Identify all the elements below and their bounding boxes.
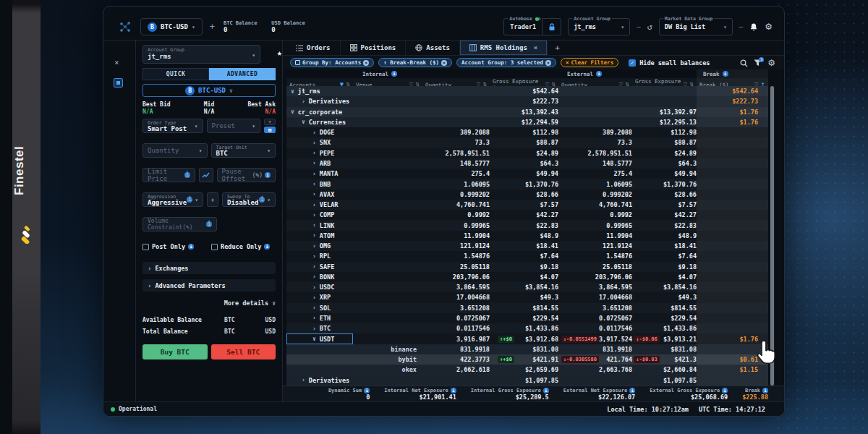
table-row[interactable]: ›RPL1.54876$7.641.54876$7.64 (286, 251, 768, 261)
panel-account-group-select[interactable]: Account Group jt_rms ▾ (142, 45, 260, 64)
table-row[interactable]: ›ATOM11.9904$48.911.9904$48.9 (286, 231, 768, 241)
sell-button[interactable]: Sell BTC (211, 344, 276, 359)
preset-select[interactable]: Preset ▾ (207, 119, 260, 133)
chart-price-button[interactable] (199, 168, 213, 182)
filter-chip-group-by[interactable]: Group By: Accounts × (290, 58, 374, 67)
aggression-stepper[interactable]: + (207, 192, 218, 207)
table-row[interactable]: okex2,662.618$2,659.692,663.768$2,660.84… (286, 365, 768, 375)
order-type-select[interactable]: Order Type Smart Post ▾ (142, 119, 203, 133)
expand-caret[interactable]: › (312, 305, 316, 311)
expand-caret[interactable]: › (312, 191, 316, 197)
more-details-link[interactable]: More details ∨ (224, 299, 276, 307)
tab-orders[interactable]: Orders (286, 41, 341, 55)
table-row[interactable]: ›PEPE2,578,951.51$24.892,578,951.51$24.8… (286, 148, 768, 158)
table-row[interactable]: ›LINK0.99965$22.830.99965$22.83 (286, 220, 768, 230)
favorite-star-icon[interactable]: ★ (277, 48, 282, 58)
expand-caret[interactable]: › (312, 243, 316, 250)
clear-filters-chip[interactable]: × Clear Filters (561, 58, 618, 67)
pair-selector[interactable]: B BTC-USD ▾ (140, 18, 203, 35)
add-preset-button[interactable]: + (264, 119, 276, 125)
post-only-checkbox[interactable]: Post Only i (142, 243, 194, 250)
close-panel-icon[interactable]: × (114, 58, 119, 67)
expand-caret[interactable]: › (312, 273, 316, 280)
table-row[interactable]: ›SOL3.651208$814.553.651208$814.55 (286, 303, 768, 313)
table-row[interactable]: ∨USDT3,916.987↑+$0$3,912.68↓-0.05514993,… (286, 333, 768, 344)
preset-list-button[interactable]: ▤ (264, 127, 276, 133)
expand-caret[interactable]: › (312, 222, 316, 229)
expand-caret[interactable]: › (312, 140, 316, 146)
hide-small-balances-checkbox[interactable]: ✓ Hide small balances (629, 59, 710, 67)
remove-chip-icon[interactable]: × (545, 60, 551, 66)
table-row[interactable]: ›BNB1.06095$1,370.761.06095$1,370.76 (286, 179, 768, 189)
table-settings-icon[interactable]: ⚙ (767, 58, 775, 68)
gear-icon[interactable]: ⚙ (765, 22, 773, 32)
panel-widget-icon[interactable] (114, 78, 123, 88)
expand-caret[interactable]: ∨ (291, 109, 294, 115)
remove-chip-icon[interactable]: × (363, 60, 369, 66)
tab-quick[interactable]: QUICK (142, 68, 209, 80)
tab-assets[interactable]: Assets (406, 41, 460, 55)
exchanges-expander[interactable]: › Exchanges (142, 262, 276, 274)
advanced-parameters-expander[interactable]: › Advanced Parameters (142, 279, 276, 292)
table-row[interactable]: ∨Currencies$12,294.59$12,295.13$1.76 (286, 117, 768, 127)
expand-caret[interactable]: › (312, 171, 316, 177)
table-row[interactable]: ›ETH0.0725067$229.540.0725067$229.54 (286, 313, 768, 323)
table-row[interactable]: ›USDC3,864.595$3,854.163,864.595$3,854.1… (286, 282, 768, 292)
expand-caret[interactable]: ∨ (312, 336, 316, 342)
table-row[interactable]: bybit422.3773↑+$0$421.91↓-0.0305580421.7… (286, 354, 768, 365)
search-icon[interactable] (740, 59, 748, 67)
add-pair-icon[interactable]: + (210, 22, 215, 32)
target-unit-select[interactable]: Target Unit BTC ▾ (211, 143, 276, 158)
market-data-group-select[interactable]: Market Data Group DW Big List ▾ (659, 18, 733, 35)
expand-caret[interactable]: › (312, 326, 316, 332)
close-tab-icon[interactable]: × (534, 44, 537, 51)
expand-caret[interactable]: › (302, 377, 305, 383)
table-row[interactable]: ›SNX73.3$88.8773.3$88.87 (286, 137, 768, 148)
expand-caret[interactable]: › (312, 284, 316, 291)
instrument-selector[interactable]: B BTC-USD ∨ (142, 84, 276, 97)
expand-caret[interactable]: › (312, 212, 316, 218)
table-row[interactable]: ›COMP0.9992$42.270.9992$42.27 (286, 210, 768, 220)
table-row[interactable]: ›Derivatives$222.73$222.73 (286, 96, 768, 106)
expand-caret[interactable]: › (312, 150, 316, 156)
table-row[interactable]: ›SAFE25.05118$9.1825.05118$9.18 (286, 262, 768, 272)
expand-caret[interactable]: › (312, 160, 316, 166)
quantity-input[interactable]: Quantity ▾ (142, 143, 208, 158)
app-grid-icon[interactable] (119, 21, 132, 33)
table-row[interactable]: ›DOGE389.2088$112.98389.2088$112.98 (286, 127, 768, 137)
table-row[interactable]: ∨jt_rms$542.64$542.64 (286, 86, 768, 96)
pause-offset-input[interactable]: Pause Offset (%) i (217, 168, 276, 182)
reduce-only-checkbox[interactable]: Reduce Only i (211, 243, 270, 250)
expand-caret[interactable]: › (312, 263, 316, 270)
tab-positions[interactable]: Positions (341, 41, 407, 55)
vertical-scrollbar[interactable] (770, 86, 775, 386)
table-row[interactable]: ›Derivatives$1,097.85$1,097.85 (286, 375, 768, 385)
expand-caret[interactable]: › (312, 294, 316, 301)
table-row[interactable]: ›ARB148.5777$64.3148.5777$64.3 (286, 158, 768, 169)
limit-price-input[interactable]: Limit Price i (142, 168, 195, 182)
quantity-stepper[interactable]: ▾ (199, 148, 203, 154)
sweep-to-select[interactable]: Sweep To Disabled i ▾ (222, 192, 276, 207)
scrollbar-thumb[interactable] (770, 86, 774, 386)
tab-advanced[interactable]: ADVANCED (209, 68, 276, 80)
table-row[interactable]: ›OMG121.9124$18.41121.9124$18.41 (286, 241, 768, 251)
trader-select[interactable]: Autobase on Trader1 (503, 18, 542, 35)
table-row[interactable]: ›BTC0.0117546$1,433.860.0117546$1,433.86 (286, 323, 768, 333)
buy-button[interactable]: Buy BTC (142, 344, 208, 359)
table-row[interactable]: ›AVAX0.999202$28.660.999202$28.66 (286, 190, 768, 200)
expand-caret[interactable]: › (312, 253, 316, 260)
add-tab-button[interactable]: + (548, 41, 567, 55)
reset-icon[interactable]: ↺ (647, 22, 652, 32)
account-group-select[interactable]: Account Group jt_rms ▾ (568, 18, 630, 35)
table-row[interactable]: ›VELAR4,760.741$7.574,760.741$7.57 (286, 200, 768, 210)
tab-rms-holdings[interactable]: RMS Holdings × (460, 41, 548, 55)
expand-caret[interactable]: ∨ (291, 88, 294, 95)
table-row[interactable]: ∨cr_corporate$13,392.43$13,392.97$1.76 (286, 107, 768, 117)
table-row[interactable]: binance831.9918$831.08831.9918$831.08 (286, 344, 768, 354)
filter-chip-account-group[interactable]: Account Group: 3 selected × (456, 58, 556, 67)
expand-caret[interactable]: › (312, 181, 316, 187)
filter-chip-sort[interactable]: ↑ Break-Break ($) × (378, 58, 452, 67)
lock-button[interactable] (542, 18, 561, 35)
filter-stack-icon[interactable]: 3 (754, 59, 762, 67)
table-row[interactable]: ›BONK203,796.06$4.07203,796.06$4.07 (286, 272, 768, 282)
